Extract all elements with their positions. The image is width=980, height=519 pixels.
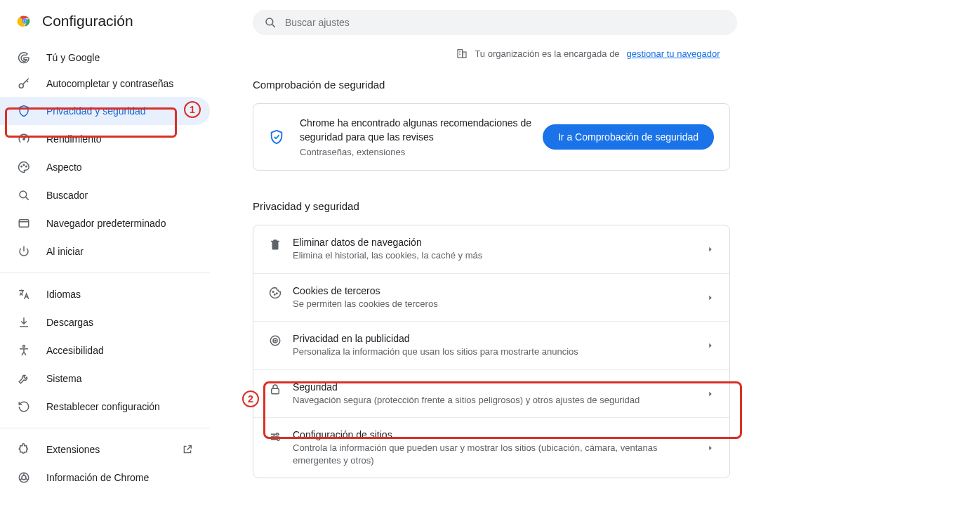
sidebar-item-default-browser[interactable]: Navegador predeterminado bbox=[0, 209, 210, 237]
sidebar-item-reset[interactable]: Restablecer configuración bbox=[0, 393, 210, 421]
svg-point-17 bbox=[272, 291, 274, 292]
annotation-number-1: 1 bbox=[184, 101, 201, 118]
sidebar-item-extensions[interactable]: Extensiones bbox=[0, 435, 210, 464]
svg-point-14 bbox=[266, 18, 273, 25]
safety-check-button[interactable]: Ir a Comprobación de seguridad bbox=[543, 124, 714, 150]
svg-point-19 bbox=[277, 293, 278, 294]
svg-point-4 bbox=[19, 84, 23, 88]
svg-rect-23 bbox=[272, 388, 279, 394]
sidebar-item-search-engine[interactable]: Buscador bbox=[0, 181, 210, 209]
row-site-settings[interactable]: Configuración de sitios Controla la info… bbox=[253, 417, 729, 478]
sidebar-item-about[interactable]: Información de Chrome bbox=[0, 464, 210, 492]
cookie-icon bbox=[269, 285, 293, 299]
search-input[interactable] bbox=[253, 10, 737, 35]
chevron-right-icon bbox=[707, 445, 714, 452]
palette-icon bbox=[17, 161, 31, 173]
row-title: Privacidad en la publicidad bbox=[293, 333, 707, 344]
sidebar-item-label: Navegador predeterminado bbox=[46, 218, 166, 229]
sidebar-item-appearance[interactable]: Aspecto bbox=[0, 153, 210, 181]
svg-point-8 bbox=[26, 166, 27, 167]
search-container bbox=[253, 10, 737, 35]
svg-point-7 bbox=[23, 164, 25, 166]
sidebar-header: Configuración bbox=[0, 13, 210, 44]
sidebar-item-label: Autocompletar y contraseñas bbox=[46, 78, 173, 91]
svg-point-25 bbox=[273, 436, 275, 438]
svg-point-11 bbox=[23, 346, 25, 348]
sidebar-item-label: Extensiones bbox=[46, 444, 100, 455]
sidebar-item-performance[interactable]: Rendimiento bbox=[0, 125, 210, 153]
extension-icon bbox=[17, 443, 31, 456]
row-desc: Elimina el historial, las cookies, la ca… bbox=[293, 249, 707, 262]
sidebar-item-label: Restablecer configuración bbox=[46, 401, 160, 412]
sidebar-item-label: Al iniciar bbox=[46, 246, 84, 257]
safety-check-card: Chrome ha encontrado algunas recomendaci… bbox=[253, 103, 730, 171]
managed-link[interactable]: gestionar tu navegador bbox=[627, 48, 720, 59]
svg-point-5 bbox=[23, 138, 25, 140]
sidebar-item-label: Aspecto bbox=[46, 162, 82, 173]
chevron-right-icon bbox=[707, 390, 714, 398]
building-icon bbox=[456, 48, 468, 59]
page-title: Configuración bbox=[42, 13, 133, 29]
privacy-card: Eliminar datos de navegación Elimina el … bbox=[253, 225, 730, 478]
sidebar-item-privacy[interactable]: Privacidad y seguridad bbox=[0, 97, 210, 125]
chevron-right-icon bbox=[707, 342, 714, 349]
svg-rect-16 bbox=[463, 52, 466, 58]
shield-check-icon bbox=[269, 129, 284, 145]
chrome-outline-icon bbox=[17, 471, 31, 484]
sidebar-item-accessibility[interactable]: Accesibilidad bbox=[0, 336, 210, 364]
svg-point-3 bbox=[23, 20, 26, 22]
sidebar-item-system[interactable]: Sistema bbox=[0, 364, 210, 393]
sidebar-item-label: Privacidad y seguridad bbox=[46, 105, 146, 117]
translate-icon bbox=[17, 288, 31, 301]
svg-point-9 bbox=[20, 191, 27, 198]
open-in-new-icon bbox=[182, 444, 193, 455]
svg-point-22 bbox=[274, 341, 276, 342]
row-title: Eliminar datos de navegación bbox=[293, 237, 707, 248]
divider bbox=[0, 428, 210, 428]
chevron-right-icon bbox=[707, 294, 714, 301]
download-icon bbox=[17, 316, 31, 329]
sidebar-item-downloads[interactable]: Descargas bbox=[0, 308, 210, 336]
trash-icon bbox=[269, 237, 293, 251]
row-third-party-cookies[interactable]: Cookies de terceros Se permiten las cook… bbox=[253, 273, 729, 322]
sidebar-item-label: Idiomas bbox=[46, 289, 81, 300]
privacy-heading: Privacidad y seguridad bbox=[253, 200, 730, 212]
row-desc: Navegación segura (protección frente a s… bbox=[293, 394, 707, 407]
sidebar-item-label: Tú y Google bbox=[46, 52, 100, 63]
svg-point-6 bbox=[21, 166, 22, 167]
sidebar-item-languages[interactable]: Idiomas bbox=[0, 280, 210, 308]
annotation-number-2: 2 bbox=[242, 390, 259, 407]
sidebar-item-autofill[interactable]: Autocompletar y contraseñas bbox=[0, 72, 210, 97]
row-desc: Personaliza la información que usan los … bbox=[293, 346, 707, 358]
row-title: Configuración de sitios bbox=[293, 429, 707, 440]
browser-icon bbox=[17, 217, 31, 230]
main-content: Tu organización es la encargada de gesti… bbox=[211, 0, 980, 506]
row-security[interactable]: Seguridad Navegación segura (protección … bbox=[253, 369, 729, 418]
sidebar-item-on-startup[interactable]: Al iniciar bbox=[0, 237, 210, 265]
reset-icon bbox=[17, 400, 31, 413]
wrench-icon bbox=[17, 372, 31, 385]
svg-point-24 bbox=[277, 433, 279, 435]
row-title: Cookies de terceros bbox=[293, 285, 707, 296]
divider bbox=[0, 272, 210, 273]
chevron-right-icon bbox=[707, 246, 714, 253]
svg-rect-15 bbox=[458, 50, 463, 58]
row-ad-privacy[interactable]: Privacidad en la publicidad Personaliza … bbox=[253, 321, 729, 369]
tune-icon bbox=[269, 429, 293, 443]
lock-icon bbox=[269, 381, 293, 395]
svg-point-13 bbox=[22, 475, 26, 480]
power-icon bbox=[17, 245, 31, 258]
sidebar-item-label: Buscador bbox=[46, 190, 88, 201]
sidebar-item-label: Información de Chrome bbox=[46, 472, 149, 483]
row-clear-browsing-data[interactable]: Eliminar datos de navegación Elimina el … bbox=[253, 225, 729, 273]
safety-title: Chrome ha encontrado algunas recomendaci… bbox=[300, 117, 531, 144]
safety-check-heading: Comprobación de seguridad bbox=[253, 79, 730, 91]
ads-icon bbox=[269, 333, 293, 347]
search-icon bbox=[17, 189, 31, 202]
google-g-icon bbox=[17, 51, 31, 64]
sidebar-item-label: Accesibilidad bbox=[46, 345, 104, 356]
sidebar: Configuración Tú y Google Autocompletar … bbox=[0, 0, 211, 506]
accessibility-icon bbox=[17, 344, 31, 357]
key-icon bbox=[17, 78, 31, 91]
sidebar-item-you-and-google[interactable]: Tú y Google bbox=[0, 44, 210, 72]
